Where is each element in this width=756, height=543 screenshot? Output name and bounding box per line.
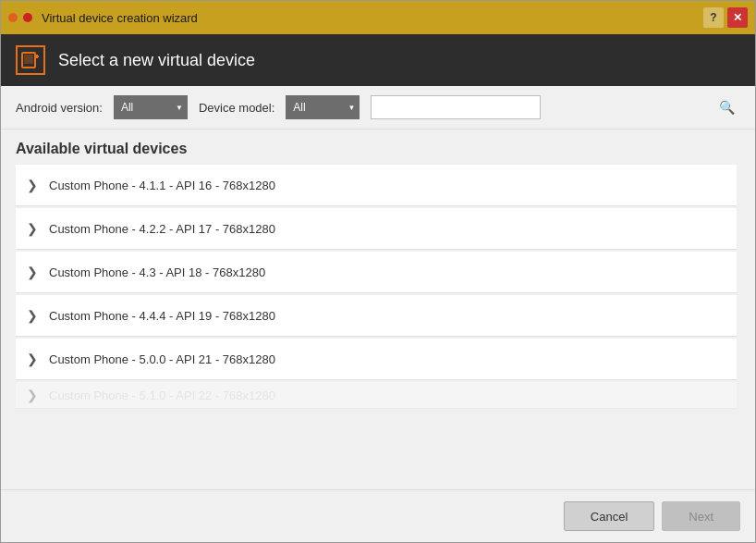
help-button[interactable]: ?	[703, 7, 724, 28]
device-item-5: Custom Phone - 5.1.0 - API 22 - 768x1280	[49, 389, 275, 402]
expand-icon-3: ❯	[27, 308, 38, 323]
search-wrapper: 🔍	[371, 95, 740, 119]
expand-icon-2: ❯	[27, 265, 38, 279]
section-title: Available virtual devices	[1, 130, 755, 165]
device-item-4: Custom Phone - 5.0.0 - API 21 - 768x1280	[49, 352, 275, 366]
expand-icon-4: ❯	[27, 352, 38, 366]
device-item-2: Custom Phone - 4.3 - API 18 - 768x1280	[49, 265, 265, 279]
android-version-label: Android version:	[16, 101, 103, 115]
footer: Cancel Next	[1, 489, 755, 542]
virtual-device-icon	[16, 45, 45, 75]
list-item[interactable]: ❯ Custom Phone - 4.4.4 - API 19 - 768x12…	[16, 295, 737, 337]
device-list-container: ❯ Custom Phone - 4.1.1 - API 16 - 768x12…	[1, 165, 755, 489]
expand-icon-0: ❯	[27, 178, 38, 192]
title-controls: ? ✕	[703, 7, 748, 28]
list-item[interactable]: ❯ Custom Phone - 5.1.0 - API 22 - 768x12…	[16, 382, 737, 409]
list-item[interactable]: ❯ Custom Phone - 5.0.0 - API 21 - 768x12…	[16, 339, 737, 380]
expand-icon-5: ❯	[27, 388, 38, 402]
dialog: Virtual device creation wizard ? ✕ Selec…	[0, 0, 756, 543]
app-icon	[8, 13, 18, 22]
title-bar: Virtual device creation wizard ? ✕	[1, 1, 755, 34]
device-list-scroll[interactable]: ❯ Custom Phone - 4.1.1 - API 16 - 768x12…	[16, 165, 740, 489]
device-item-1: Custom Phone - 4.2.2 - API 17 - 768x1280	[49, 222, 275, 236]
expand-icon-1: ❯	[27, 221, 38, 236]
list-item[interactable]: ❯ Custom Phone - 4.3 - API 18 - 768x1280	[16, 252, 737, 293]
cancel-button[interactable]: Cancel	[564, 501, 654, 531]
list-item[interactable]: ❯ Custom Phone - 4.2.2 - API 17 - 768x12…	[16, 208, 737, 250]
filters-row: Android version: All Device model: All 🔍	[1, 86, 755, 130]
app-icon-2	[23, 13, 32, 22]
header-title: Select a new virtual device	[58, 51, 255, 70]
device-item-0: Custom Phone - 4.1.1 - API 16 - 768x1280	[49, 179, 275, 192]
close-button[interactable]: ✕	[727, 7, 748, 28]
android-version-select-wrapper[interactable]: All	[114, 95, 188, 119]
svg-rect-1	[24, 55, 33, 64]
list-item[interactable]: ❯ Custom Phone - 4.1.1 - API 16 - 768x12…	[16, 165, 737, 206]
android-version-select[interactable]: All	[114, 95, 188, 119]
dialog-title: Virtual device creation wizard	[42, 11, 198, 25]
app-icons	[8, 13, 32, 22]
title-bar-left: Virtual device creation wizard	[8, 11, 198, 25]
device-model-label: Device model:	[199, 101, 274, 115]
device-model-select-wrapper[interactable]: All	[286, 95, 360, 119]
header-section: Select a new virtual device	[1, 34, 755, 86]
search-input[interactable]	[371, 95, 541, 119]
search-icon: 🔍	[719, 100, 735, 115]
next-button[interactable]: Next	[662, 501, 740, 531]
device-item-3: Custom Phone - 4.4.4 - API 19 - 768x1280	[49, 309, 275, 323]
device-model-select[interactable]: All	[286, 95, 360, 119]
